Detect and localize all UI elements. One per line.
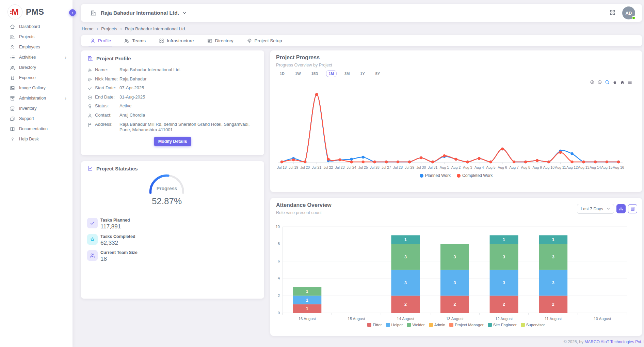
field-label: End Date: xyxy=(95,94,119,100)
svg-text:10 August: 10 August xyxy=(594,317,611,321)
building-icon xyxy=(90,10,97,16)
range-3m[interactable]: 3M xyxy=(342,70,352,77)
tab-bar: ProfileTeamsInfrastructureDirectoryProje… xyxy=(81,35,642,46)
main-area: ‹ Raja Bahadur International Ltd. AD Hom… xyxy=(73,0,644,347)
tab-label: Teams xyxy=(132,38,146,43)
field-label: Status: xyxy=(95,103,119,108)
copy-icon xyxy=(10,116,15,122)
svg-text:12 August: 12 August xyxy=(495,317,513,321)
legend-welder[interactable]: Welder xyxy=(407,323,424,327)
legend-label: Helper xyxy=(391,323,403,327)
sidebar-item-label: Image Gallary xyxy=(19,86,66,90)
legend-helper[interactable]: Helper xyxy=(386,323,403,327)
chevron-down-icon[interactable] xyxy=(182,10,187,16)
field-value: Raja Bahadur xyxy=(119,76,258,82)
svg-text:Jul 28: Jul 28 xyxy=(393,165,403,169)
pan-hand-icon[interactable] xyxy=(612,80,617,85)
project-selector[interactable]: Raja Bahadur International Ltd. xyxy=(101,10,179,16)
sidebar-item-directory[interactable]: Directory xyxy=(0,62,73,73)
sidebar-item-support[interactable]: Support xyxy=(0,114,73,124)
sidebar-nav: DashboardProjectsEmployeesActivities›Dir… xyxy=(0,21,73,144)
svg-text:Jul 29: Jul 29 xyxy=(405,165,414,169)
modify-details-button[interactable]: Modify Details xyxy=(154,137,192,146)
sidebar-item-employees[interactable]: Employees xyxy=(0,42,73,52)
legend-supervisor[interactable]: Supervisor xyxy=(521,323,545,327)
svg-text:Jul 21: Jul 21 xyxy=(312,165,321,169)
legend-project-manager[interactable]: Project Manager xyxy=(449,323,483,327)
zoom-out-icon[interactable] xyxy=(597,80,602,85)
home-reset-icon[interactable] xyxy=(620,80,625,85)
selection-zoom-icon[interactable] xyxy=(605,80,610,85)
sidebar-item-dashboard[interactable]: Dashboard xyxy=(0,21,73,32)
sidebar-item-inventory[interactable]: Inventory xyxy=(0,103,73,114)
table-view-button[interactable] xyxy=(628,204,637,213)
range-15d[interactable]: 15D xyxy=(309,70,321,77)
sidebar-collapse-button[interactable]: ‹ xyxy=(69,9,76,16)
tab-teams[interactable]: Teams xyxy=(124,35,146,46)
svg-text:Jul 27: Jul 27 xyxy=(382,165,391,169)
legend-admin[interactable]: Admin xyxy=(429,323,446,327)
breadcrumb-separator: › xyxy=(97,26,98,31)
tab-infrastructure[interactable]: Infrastructure xyxy=(159,35,194,46)
help-icon xyxy=(10,136,15,142)
field-value: 31-Aug-2025 xyxy=(119,94,258,100)
tab-profile[interactable]: Profile xyxy=(90,35,111,46)
profile-field-contact: Contact:Anuj Chordia xyxy=(87,111,258,120)
sidebar-item-activities[interactable]: Activities› xyxy=(0,52,73,62)
legend-fitter[interactable]: Fitter xyxy=(367,323,382,327)
stat-icon-box xyxy=(87,218,98,228)
company-link[interactable]: MARCO AIoT Technologies Pvt. Ltd. xyxy=(584,340,644,344)
svg-text:1: 1 xyxy=(306,306,308,311)
stat-value: 18 xyxy=(100,256,138,262)
svg-text:Aug 13: Aug 13 xyxy=(578,165,589,169)
sidebar-item-administration[interactable]: Administration› xyxy=(0,93,73,103)
field-label: Address: xyxy=(95,122,119,127)
avatar[interactable]: AD xyxy=(622,6,635,19)
svg-text:1: 1 xyxy=(552,237,554,242)
sidebar-item-image-gallary[interactable]: Image Gallary xyxy=(0,83,73,93)
svg-text:Jul 26: Jul 26 xyxy=(370,165,380,169)
chart-line-icon xyxy=(87,165,93,171)
sidebar-item-expense[interactable]: Expense xyxy=(0,73,73,83)
field-label: Nick Name: xyxy=(95,76,119,81)
tab-directory[interactable]: Directory xyxy=(207,35,234,46)
stat-label: Tasks Planned xyxy=(100,218,130,223)
svg-text:3: 3 xyxy=(454,281,456,285)
sidebar-item-projects[interactable]: Projects xyxy=(0,32,73,42)
range-1d[interactable]: 1D xyxy=(277,70,287,77)
card-title: Project Statistics xyxy=(96,166,138,171)
sidebar-item-label: Directory xyxy=(19,65,66,70)
bar-view-button[interactable] xyxy=(616,204,626,213)
menu-icon[interactable] xyxy=(627,80,632,85)
tab-project-setup[interactable]: Project Setup xyxy=(246,35,282,46)
person-icon xyxy=(90,38,96,44)
project-profile-card: Project Profile Name:Raja Bahadur Intern… xyxy=(81,50,264,155)
svg-text:Aug 3: Aug 3 xyxy=(463,165,472,169)
sidebar-item-documentation[interactable]: Documentation xyxy=(0,124,73,134)
breadcrumb-item-home[interactable]: Home xyxy=(82,26,94,31)
breadcrumb-item-projects[interactable]: Projects xyxy=(101,26,117,31)
zoom-in-icon[interactable] xyxy=(590,80,595,85)
stat-tasks-completed: Tasks Completed62,332 xyxy=(87,234,135,246)
date-range-select[interactable]: Last 7 Days xyxy=(577,204,614,214)
chevron-down-icon xyxy=(607,207,610,211)
legend-planned-work[interactable]: Planned Work xyxy=(420,173,451,178)
svg-text:Aug 14: Aug 14 xyxy=(590,165,601,169)
range-5y[interactable]: 5Y xyxy=(373,70,383,77)
svg-text:Jul 20: Jul 20 xyxy=(300,165,310,169)
sidebar-item-help-desk[interactable]: Help Desk xyxy=(0,134,73,144)
apps-grid-button[interactable] xyxy=(609,9,616,17)
svg-text:6: 6 xyxy=(278,259,280,263)
svg-text:1: 1 xyxy=(306,298,308,303)
range-1m[interactable]: 1M xyxy=(326,70,337,77)
legend-site-engineer[interactable]: Site Engineer xyxy=(488,323,517,327)
sidebar-item-label: Help Desk xyxy=(19,137,66,141)
legend-label: Project Manager xyxy=(455,323,483,327)
range-1y[interactable]: 1Y xyxy=(357,70,367,77)
legend-marker xyxy=(429,323,433,327)
range-1w[interactable]: 1W xyxy=(292,70,304,77)
legend-marker xyxy=(488,323,492,327)
tab-label: Profile xyxy=(98,38,111,43)
svg-text:Aug 15: Aug 15 xyxy=(601,165,612,169)
legend-completed-work[interactable]: Completed Work xyxy=(457,173,493,178)
